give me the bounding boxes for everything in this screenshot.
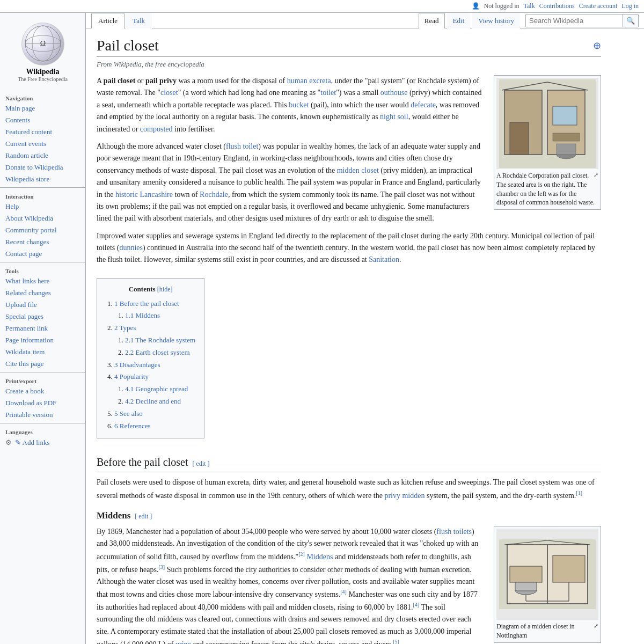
link-urine[interactable]: urine [175,640,191,644]
sidebar-item-random[interactable]: Random article [0,150,85,162]
content-wrap: Article Talk Read Edit View history 🔍 Pa… [86,13,644,644]
sidebar-item-community[interactable]: Community portal [0,224,85,236]
toc-hide-button[interactable]: [hide] [157,286,173,293]
ref-3[interactable]: [3] [158,564,165,570]
wikipedia-logo: Ω [21,23,64,65]
sidebar-item-donate[interactable]: Donate to Wikipedia [0,162,85,173]
search-input[interactable] [526,14,623,27]
sidebar-item-main-page[interactable]: Main page [0,103,85,114]
toc-link-4[interactable]: 4 Popularity [114,372,149,380]
toc-link-2-2[interactable]: 2.2 Earth closet system [125,348,190,356]
toc-link-4-1[interactable]: 4.1 Geographic spread [125,385,188,393]
sidebar-item-download-pdf[interactable]: Download as PDF [0,397,85,409]
image2-caption: ⤢ Diagram of a midden closet in Nottingh… [496,622,598,640]
link-defecate[interactable]: defecate [411,101,436,109]
edit-middens-link[interactable]: [ edit ] [135,511,152,522]
toc-link-3[interactable]: 3 Disadvantages [114,361,160,369]
sidebar-item-recent-changes[interactable]: Recent changes [0,236,85,248]
table-of-contents: Contents [hide] 1 Before the pail closet… [97,278,204,439]
sidebar-item-special[interactable]: Special pages [0,311,85,323]
svg-rect-11 [553,106,577,125]
link-composted[interactable]: composted [140,125,173,133]
link-midden-closet[interactable]: midden closet [337,166,379,174]
link-human-excreta[interactable]: human excreta [287,77,331,85]
tab-view-history[interactable]: View history [472,13,520,28]
link-closet[interactable]: closet [160,89,178,97]
add-section-icon[interactable]: ⊕ [593,40,601,52]
languages-header: Languages [0,426,85,436]
svg-rect-20 [510,566,542,582]
toc-item-4-1: 4.1 Geographic spread [125,384,195,395]
link-historic-lancashire[interactable]: historic Lancashire [115,191,173,199]
sidebar-item-wikidata[interactable]: Wikidata item [0,346,85,358]
sidebar-item-page-info[interactable]: Page information [0,334,85,346]
link-middens[interactable]: Middens [306,552,333,560]
link-flush-toilet[interactable]: flush toilet [226,142,258,150]
sidebar-item-cite[interactable]: Cite this page [0,358,85,370]
midden-closet-image [496,529,598,620]
link-night-soil[interactable]: night soil [380,113,408,121]
sidebar-item-featured[interactable]: Featured content [0,126,85,138]
link-outhouse[interactable]: outhouse [380,89,408,97]
toc-link-5[interactable]: 5 See also [114,409,143,418]
toc-link-6[interactable]: 6 References [114,422,151,430]
contributions-link[interactable]: Contributions [539,2,575,10]
sidebar-item-upload[interactable]: Upload file [0,299,85,311]
sidebar-item-current-events[interactable]: Current events [0,138,85,150]
intro-paragraph-3: Improved water supplies and sewerage sys… [97,230,601,266]
svg-rect-12 [553,133,580,141]
tab-edit[interactable]: Edit [447,13,471,28]
ref-4b[interactable]: [4] [413,602,419,608]
link-sanitation[interactable]: Sanitation [369,255,399,264]
ref-1[interactable]: [1] [576,490,582,496]
talk-link[interactable]: Talk [524,2,535,10]
sidebar-item-contact[interactable]: Contact page [0,248,85,260]
tab-talk[interactable]: Talk [126,13,152,28]
link-bucket[interactable]: bucket [289,101,309,109]
toc-item-4: 4 Popularity 4.1 Geographic spread 4.2 D… [114,371,195,407]
create-account-link[interactable]: Create account [579,2,618,10]
sidebar: Ω Wikipedia The Free Encyclopedia Naviga… [0,13,86,644]
main-layout: Ω Wikipedia The Free Encyclopedia Naviga… [0,13,644,644]
sidebar-item-permanent[interactable]: Permanent link [0,323,85,334]
sidebar-item-contents[interactable]: Contents [0,114,85,126]
user-icon: 👤 [472,2,480,10]
interaction-header: Interaction [0,190,85,201]
link-toilet[interactable]: toilet [320,89,336,97]
toc-link-1[interactable]: 1 Before the pail closet [114,299,179,308]
sidebar-item-store[interactable]: Wikipedia store [0,173,85,185]
link-privy-midden[interactable]: privy midden [384,491,425,499]
link-flush-toilets-2[interactable]: flush toilets [436,528,472,536]
link-dunnies[interactable]: dunnies [119,244,143,252]
toc-item-2: 2 Types 2.1 The Rochdale system 2.2 Eart… [114,323,195,358]
ref-2[interactable]: [2] [298,551,305,557]
toc-item-2-2: 2.2 Earth closet system [125,347,195,358]
ref-4[interactable]: [4] [340,589,347,595]
sidebar-item-help[interactable]: Help [0,201,85,213]
expand-icon[interactable]: ⤢ [594,171,598,179]
sidebar-item-related-changes[interactable]: Related changes [0,287,85,299]
toc-list: 1 Before the pail closet 1.1 Middens 2 T… [114,298,195,432]
tab-article[interactable]: Article [91,13,125,28]
edit-before-link[interactable]: [ edit ] [193,459,210,469]
toc-item-1: 1 Before the pail closet 1.1 Middens [114,298,195,322]
toc-link-2[interactable]: 2 Types [114,324,136,332]
ref-5[interactable]: [5] [393,639,399,644]
expand-icon-2[interactable]: ⤢ [594,622,598,630]
sidebar-item-printable[interactable]: Printable version [0,409,85,421]
toc-link-2-1[interactable]: 2.1 The Rochdale system [125,336,195,344]
search-button[interactable]: 🔍 [623,14,638,27]
sidebar-item-what-links[interactable]: What links here [0,275,85,287]
link-rochdale[interactable]: Rochdale [200,191,228,199]
tabs-right: Read Edit View history 🔍 [419,13,639,28]
toc-link-1-1[interactable]: 1.1 Middens [125,311,160,319]
print-header: Print/export [0,375,85,385]
tab-read[interactable]: Read [419,13,445,28]
toc-link-4-2[interactable]: 4.2 Decline and end [125,397,181,405]
add-links-link[interactable]: ✎ Add links [15,438,49,447]
sidebar-item-about[interactable]: About Wikipedia [0,213,85,224]
login-link[interactable]: Log in [621,2,639,10]
navigation-header: Navigation [0,92,85,103]
sidebar-item-create-book[interactable]: Create a book [0,385,85,397]
section-before: Before the pail closet [ edit ] [97,453,601,472]
